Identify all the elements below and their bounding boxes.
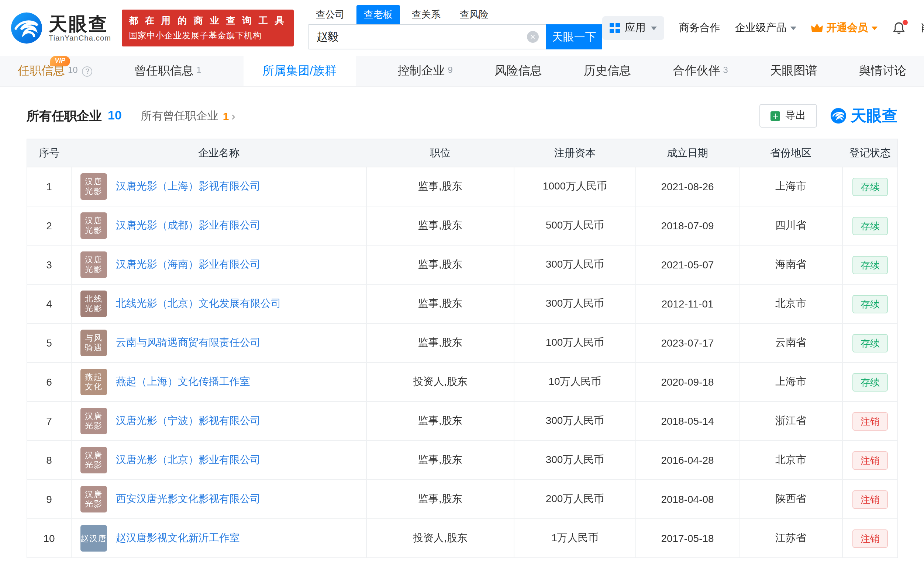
search-button[interactable]: 天眼一下 — [546, 25, 602, 49]
main-content: 所有任职企业 10 所有曾任职企业 1 › 导出 天眼查 — [0, 103, 924, 558]
link-former-companies[interactable]: 所有曾任职企业 1 › — [141, 109, 235, 123]
tab-graph[interactable]: 天眼图谱 — [770, 56, 817, 86]
row-index: 8 — [27, 441, 71, 480]
company-logo: 汉唐光影 — [80, 251, 107, 278]
site-header: 天眼查 TianYanCha.com 都 在 用 的 商 业 查 询 工 具 国… — [0, 0, 924, 56]
capital-cell: 500万人民币 — [514, 206, 636, 245]
tab-label: 合作伙伴 — [673, 63, 720, 79]
company-link[interactable]: 云南与风骑遇商贸有限责任公司 — [116, 336, 260, 349]
table-row: 1 汉唐光影 汉唐光影（上海）影视有限公司 监事,股东 1000万人民币 202… — [27, 167, 898, 206]
company-logo-text: 北线 — [85, 294, 103, 304]
row-index: 6 — [27, 362, 71, 401]
company-logo: 汉唐光影 — [80, 486, 107, 512]
company-link[interactable]: 赵汉唐影视文化新沂工作室 — [116, 532, 240, 545]
tianyancha-logo-icon — [10, 12, 43, 44]
company-link[interactable]: 汉唐光影（上海）影视有限公司 — [116, 180, 260, 193]
notification-bell-icon[interactable] — [892, 21, 906, 35]
search-input-wrap: × — [309, 25, 546, 49]
company-logo-text: 与风 — [85, 333, 103, 343]
company-link[interactable]: 北线光影（北京）文化发展有限公司 — [116, 297, 281, 310]
chevron-down-icon — [651, 26, 657, 30]
company-logo-text: 光影 — [85, 421, 103, 431]
company-logo-text: 燕起 — [85, 372, 103, 382]
province-cell: 北京市 — [739, 284, 843, 323]
company-logo-text: 汉唐 — [85, 411, 103, 421]
company-logo: 赵汉唐 — [80, 525, 107, 552]
section-actions: 导出 天眼查 — [759, 104, 898, 127]
brand-domain: TianYanCha.com — [49, 34, 111, 42]
company-link[interactable]: 汉唐光影（海南）影业有限公司 — [116, 258, 260, 271]
table-row: 10 赵汉唐 赵汉唐影视文化新沂工作室 投资人,股东 1万人民币 2017-05… — [27, 519, 898, 558]
tab-partners[interactable]: 合作伙伴 3 — [673, 56, 728, 86]
company-link[interactable]: 汉唐光影（北京）影业有限公司 — [116, 454, 260, 467]
table-row: 8 汉唐光影 汉唐光影（北京）影业有限公司 监事,股东 300万人民币 2016… — [27, 441, 898, 480]
chevron-down-icon — [790, 26, 796, 30]
search-input[interactable] — [309, 31, 527, 43]
capital-cell: 300万人民币 — [514, 284, 636, 323]
chevron-down-icon — [872, 26, 878, 30]
promo-banner: 都 在 用 的 商 业 查 询 工 具 国家中小企业发展子基金旗下机构 — [121, 9, 294, 46]
status-badge: 存续 — [852, 373, 888, 391]
company-logo-text: 光影 — [85, 226, 103, 235]
export-button[interactable]: 导出 — [759, 104, 817, 127]
section-count: 10 — [108, 109, 122, 123]
company-logo-text: 光影 — [85, 304, 103, 313]
tab-position-info[interactable]: VIP 任职信息 10 ? — [18, 56, 92, 86]
user-menu[interactable]: 肖青羽 — [920, 21, 924, 35]
company-logo: 北线光影 — [80, 291, 107, 317]
promo-line2: 国家中小企业发展子基金旗下机构 — [129, 30, 286, 41]
excel-icon — [770, 111, 780, 121]
tab-former-position-info[interactable]: 曾任职信息 1 — [134, 56, 201, 86]
company-link[interactable]: 燕起（上海）文化传播工作室 — [116, 375, 250, 389]
position-cell: 监事,股东 — [366, 480, 514, 519]
search-tab-company[interactable]: 查公司 — [309, 5, 352, 25]
menu-open-vip-label: 开通会员 — [827, 21, 868, 35]
position-cell: 监事,股东 — [366, 441, 514, 480]
province-cell: 四川省 — [739, 206, 843, 245]
capital-cell: 200万人民币 — [514, 480, 636, 519]
apps-label: 应用 — [625, 21, 646, 35]
apps-menu-button[interactable]: 应用 — [602, 16, 664, 40]
company-link[interactable]: 汉唐光影（成都）影业有限公司 — [116, 219, 260, 232]
company-logo-text: 光影 — [85, 460, 103, 470]
export-label: 导出 — [785, 109, 806, 123]
tab-public-opinion[interactable]: 舆情讨论 — [859, 56, 906, 86]
menu-business-cooperation-label: 商务合作 — [679, 21, 720, 35]
tab-group-cluster[interactable]: 所属集团/族群 — [243, 56, 356, 86]
company-logo-text: 汉唐 — [85, 450, 103, 460]
search-tab-relation[interactable]: 查关系 — [404, 5, 448, 25]
company-link[interactable]: 汉唐光影（宁波）影视有限公司 — [116, 414, 260, 428]
search-tabs: 查公司 查老板 查关系 查风险 — [309, 7, 602, 25]
clear-icon[interactable]: × — [527, 31, 539, 43]
watermark-label: 天眼查 — [851, 106, 898, 126]
tab-history-info[interactable]: 历史信息 — [584, 56, 631, 86]
province-cell: 陕西省 — [739, 480, 843, 519]
tab-risk-info[interactable]: 风险信息 — [495, 56, 542, 86]
menu-business-cooperation[interactable]: 商务合作 — [679, 21, 720, 35]
help-icon[interactable]: ? — [82, 66, 92, 76]
menu-enterprise-products[interactable]: 企业级产品 — [735, 21, 796, 35]
capital-cell: 300万人民币 — [514, 441, 636, 480]
brand-name: 天眼查 — [49, 14, 111, 34]
date-cell: 2016-04-28 — [636, 441, 739, 480]
menu-open-vip[interactable]: 开通会员 — [811, 21, 878, 35]
status-badge: 存续 — [852, 177, 888, 196]
company-logo: 汉唐光影 — [80, 447, 107, 473]
search-tab-risk[interactable]: 查风险 — [452, 5, 496, 25]
site-logo[interactable]: 天眼查 TianYanCha.com — [10, 12, 111, 44]
company-logo-text: 光影 — [85, 187, 103, 196]
search-tab-boss[interactable]: 查老板 — [357, 5, 400, 25]
capital-cell: 1万人民币 — [514, 519, 636, 558]
row-index: 5 — [27, 323, 71, 362]
page: 天眼查 TianYanCha.com 都 在 用 的 商 业 查 询 工 具 国… — [0, 0, 924, 570]
tab-controlled-companies[interactable]: 控制企业 9 — [398, 56, 453, 86]
company-logo: 燕起文化 — [80, 369, 107, 395]
company-logo-text: 光影 — [85, 499, 103, 509]
tab-count: 3 — [723, 64, 728, 75]
col-header-index: 序号 — [27, 139, 71, 167]
date-cell: 2021-05-07 — [636, 245, 739, 284]
row-index: 10 — [27, 519, 71, 558]
company-logo-text: 汉唐 — [85, 255, 103, 265]
province-cell: 北京市 — [739, 441, 843, 480]
company-link[interactable]: 西安汉唐光影文化影视有限公司 — [116, 493, 260, 506]
